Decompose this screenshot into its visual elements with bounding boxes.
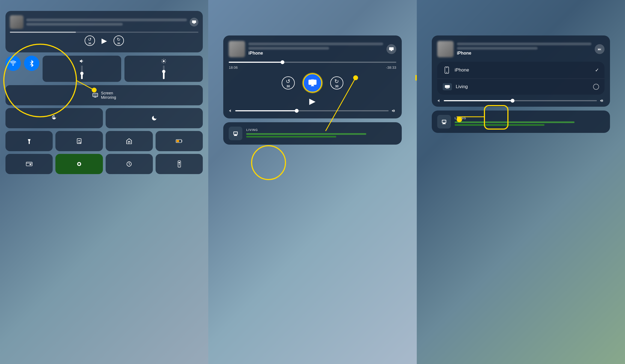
living-label-2: LIVING bbox=[246, 128, 396, 132]
volume-bar-3[interactable] bbox=[444, 100, 597, 101]
living-info-2: LIVING bbox=[246, 128, 396, 139]
skip-back-btn-1[interactable]: ↺ 30 bbox=[85, 35, 95, 46]
svg-rect-47 bbox=[234, 132, 237, 134]
svg-line-9 bbox=[165, 59, 165, 60]
media-text-2: iPhone bbox=[248, 43, 383, 56]
volume-row-3 bbox=[437, 99, 605, 103]
svg-point-43 bbox=[311, 81, 314, 83]
volume-fill-2 bbox=[235, 110, 297, 111]
device-name-2: iPhone bbox=[248, 51, 383, 56]
do-not-disturb-btn[interactable] bbox=[106, 108, 203, 128]
volume-fill-3 bbox=[444, 100, 513, 101]
panel-1: ↺ 30 ▶ ↻ 30 bbox=[0, 0, 208, 364]
svg-line-5 bbox=[165, 62, 165, 63]
airplay-center-btn[interactable] bbox=[303, 73, 322, 93]
bottom-grid bbox=[5, 131, 203, 151]
svg-point-30 bbox=[78, 163, 80, 165]
svg-point-12 bbox=[53, 117, 55, 119]
airplay-button-1[interactable] bbox=[190, 18, 198, 26]
progress-thumb-2 bbox=[281, 60, 284, 64]
living-card-2[interactable]: LIVING bbox=[223, 122, 401, 145]
controls-row-2: ↺ 30 bbox=[229, 73, 396, 93]
bluetooth-toggle[interactable] bbox=[24, 56, 39, 71]
panel-2: iPhone 18:06 -38:33 bbox=[208, 0, 416, 364]
progress-container-2 bbox=[229, 62, 396, 63]
panel-3: iPhone ⏭ iP bbox=[417, 0, 625, 364]
skip-forward-2[interactable]: ↻ 30 bbox=[330, 76, 343, 89]
volume-low-icon bbox=[229, 109, 233, 113]
living-device-label: Living bbox=[456, 84, 589, 89]
airplay-center-container bbox=[303, 73, 322, 93]
iphone-checkmark: ✓ bbox=[595, 67, 599, 73]
brightness-card[interactable] bbox=[124, 56, 203, 82]
svg-point-50 bbox=[446, 72, 447, 73]
volume-thumb-3 bbox=[511, 99, 514, 103]
svg-rect-11 bbox=[94, 94, 97, 96]
svg-line-4 bbox=[162, 59, 162, 60]
battery-btn[interactable] bbox=[156, 131, 203, 151]
iphone-label: iPhone bbox=[455, 67, 591, 73]
flashlight-btn[interactable] bbox=[5, 131, 53, 151]
iphone-icon bbox=[443, 66, 451, 74]
calculator-btn[interactable] bbox=[55, 131, 103, 151]
living-bars-2 bbox=[246, 133, 396, 138]
volume-bar-2[interactable] bbox=[235, 110, 388, 111]
airplay-selection-3: iPhone ✓ Living bbox=[437, 62, 605, 95]
media-card-panel3[interactable]: iPhone ⏭ iP bbox=[432, 35, 610, 107]
wifi-toggle[interactable] bbox=[5, 56, 21, 71]
media-header-3: iPhone ⏭ bbox=[437, 41, 605, 57]
album-art-2 bbox=[229, 41, 245, 57]
svg-rect-28 bbox=[30, 164, 31, 165]
skip-back-2[interactable]: ↺ 30 bbox=[282, 76, 295, 89]
progress-fill-2 bbox=[229, 62, 282, 63]
svg-rect-26 bbox=[176, 140, 179, 142]
volume-low-icon-3 bbox=[437, 99, 442, 103]
volume-card[interactable] bbox=[43, 56, 121, 82]
media-text-3: iPhone bbox=[457, 43, 591, 56]
svg-point-33 bbox=[179, 162, 180, 163]
album-art-3 bbox=[437, 41, 454, 57]
rotation-lock-btn[interactable] bbox=[5, 108, 103, 128]
living-radio[interactable] bbox=[593, 84, 599, 90]
home-btn[interactable] bbox=[106, 131, 153, 151]
record-btn[interactable] bbox=[55, 154, 103, 174]
time-remaining: -38:33 bbox=[386, 65, 396, 70]
living-bars-3 bbox=[455, 121, 605, 126]
volume-high-icon bbox=[391, 109, 396, 113]
airplay-appletv-row[interactable]: Living bbox=[437, 79, 605, 95]
remote-btn[interactable] bbox=[156, 154, 203, 174]
toggle-row bbox=[5, 56, 203, 82]
screen-mirroring-btn[interactable]: ScreenMirroring bbox=[5, 85, 203, 105]
volume-row-2 bbox=[229, 109, 396, 113]
play-btn-1[interactable]: ▶ bbox=[102, 37, 107, 45]
airplay-badge-2[interactable] bbox=[386, 44, 396, 54]
appletv-icon-2 bbox=[229, 127, 242, 140]
airplay-iphone-row[interactable]: iPhone ✓ bbox=[437, 62, 605, 79]
screen-mirroring-label: ScreenMirroring bbox=[101, 91, 116, 100]
volume-thumb-2 bbox=[295, 109, 299, 113]
grid-row-1 bbox=[5, 108, 203, 128]
appletv-icon-3 bbox=[437, 115, 451, 129]
skip-forward-btn-1[interactable]: ↻ 30 bbox=[114, 35, 124, 46]
bottom-grid-2 bbox=[5, 154, 203, 174]
device-name-3: iPhone bbox=[457, 51, 591, 56]
living-label-3: LIVING bbox=[455, 117, 605, 120]
svg-line-8 bbox=[162, 62, 162, 63]
dot-pointer-3 bbox=[457, 117, 462, 122]
play-row-2: ▶ bbox=[229, 96, 396, 106]
progress-bar-2[interactable] bbox=[229, 62, 396, 63]
play-btn-2[interactable]: ▶ bbox=[309, 96, 316, 106]
media-card-panel1[interactable]: ↺ 30 ▶ ↻ 30 bbox=[5, 11, 203, 52]
media-header-2: iPhone bbox=[229, 41, 396, 57]
volume-high-icon-3 bbox=[599, 99, 605, 103]
play-pause-top-3[interactable]: ⏭ bbox=[595, 44, 605, 54]
svg-point-1 bbox=[163, 60, 165, 62]
media-card-panel2[interactable]: iPhone 18:06 -38:33 bbox=[223, 35, 401, 118]
appletv-row-icon bbox=[443, 83, 452, 90]
time-elapsed: 18:06 bbox=[229, 65, 238, 70]
clock-btn[interactable] bbox=[106, 154, 153, 174]
living-info-3: LIVING bbox=[455, 117, 605, 127]
wallet-btn[interactable] bbox=[5, 154, 53, 174]
media-info-1 bbox=[26, 19, 187, 26]
svg-rect-27 bbox=[26, 162, 32, 166]
